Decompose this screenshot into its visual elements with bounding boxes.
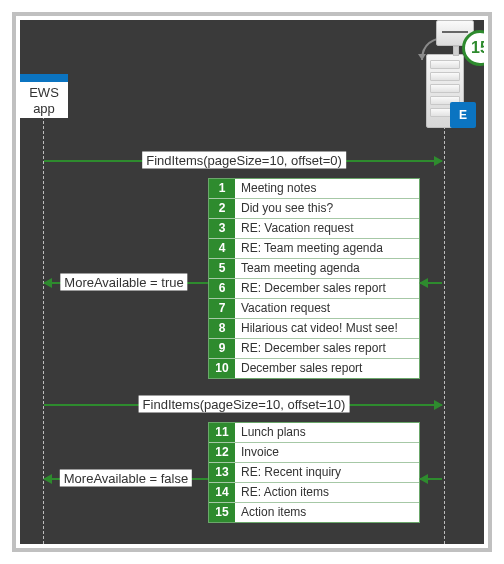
result-row-text: December sales report — [235, 359, 419, 378]
response-label-2: MoreAvailable = false — [60, 470, 192, 487]
result-row: 6RE: December sales report — [209, 278, 419, 298]
result-row-text: RE: Recent inquiry — [235, 463, 419, 482]
result-row-text: Lunch plans — [235, 423, 419, 442]
exchange-icon: E — [450, 102, 476, 128]
response-label-1: MoreAvailable = true — [60, 274, 187, 291]
result-row-index: 11 — [209, 423, 235, 442]
response-arrow-2-right — [420, 478, 442, 480]
result-row-text: Vacation request — [235, 299, 419, 318]
result-row: 15Action items — [209, 502, 419, 522]
result-row: 1Meeting notes — [209, 179, 419, 198]
result-row-text: Action items — [235, 503, 419, 522]
server-lifeline — [444, 126, 445, 544]
result-row: 14RE: Action items — [209, 482, 419, 502]
result-row-index: 9 — [209, 339, 235, 358]
result-list-2: 11Lunch plans12Invoice13RE: Recent inqui… — [208, 422, 420, 523]
result-row-text: Hilarious cat video! Must see! — [235, 319, 419, 338]
result-row-text: RE: Action items — [235, 483, 419, 502]
exchange-icon-letter: E — [459, 108, 467, 122]
result-row-index: 10 — [209, 359, 235, 378]
diagram-canvas: EWS app E 15 FindI — [20, 20, 484, 544]
result-row-index: 2 — [209, 199, 235, 218]
result-row-index: 3 — [209, 219, 235, 238]
result-row: 13RE: Recent inquiry — [209, 462, 419, 482]
result-row: 9RE: December sales report — [209, 338, 419, 358]
result-row: 7Vacation request — [209, 298, 419, 318]
result-row: 5Team meeting agenda — [209, 258, 419, 278]
result-row: 8Hilarious cat video! Must see! — [209, 318, 419, 338]
result-row-text: Invoice — [235, 443, 419, 462]
response-arrow-1-right — [420, 282, 442, 284]
diagram-frame: EWS app E 15 FindI — [0, 0, 504, 564]
result-row: 11Lunch plans — [209, 423, 419, 442]
result-row-text: RE: December sales report — [235, 279, 419, 298]
result-row: 12Invoice — [209, 442, 419, 462]
result-row-text: Team meeting agenda — [235, 259, 419, 278]
result-list-1: 1Meeting notes2Did you see this?3RE: Vac… — [208, 178, 420, 379]
result-row: 2Did you see this? — [209, 198, 419, 218]
result-row-text: RE: December sales report — [235, 339, 419, 358]
result-row-index: 7 — [209, 299, 235, 318]
ews-app-label-2: app — [20, 101, 68, 117]
result-row-text: Meeting notes — [235, 179, 419, 198]
result-row-text: RE: Vacation request — [235, 219, 419, 238]
result-row: 4RE: Team meeting agenda — [209, 238, 419, 258]
result-row-index: 13 — [209, 463, 235, 482]
svg-marker-0 — [418, 54, 426, 60]
result-row-index: 15 — [209, 503, 235, 522]
result-row-index: 5 — [209, 259, 235, 278]
result-row: 3RE: Vacation request — [209, 218, 419, 238]
result-row: 10December sales report — [209, 358, 419, 378]
ews-app-node: EWS app — [20, 74, 68, 118]
result-row-index: 8 — [209, 319, 235, 338]
result-row-index: 1 — [209, 179, 235, 198]
result-row-index: 6 — [209, 279, 235, 298]
mailbox-count: 15 — [471, 39, 484, 56]
ews-app-label-1: EWS — [20, 85, 68, 101]
result-row-index: 14 — [209, 483, 235, 502]
result-row-index: 12 — [209, 443, 235, 462]
result-row-index: 4 — [209, 239, 235, 258]
result-row-text: RE: Team meeting agenda — [235, 239, 419, 258]
request-label-1: FindItems(pageSize=10, offset=0) — [142, 152, 346, 169]
request-label-2: FindItems(pageSize=10, offset=10) — [139, 396, 350, 413]
result-row-text: Did you see this? — [235, 199, 419, 218]
